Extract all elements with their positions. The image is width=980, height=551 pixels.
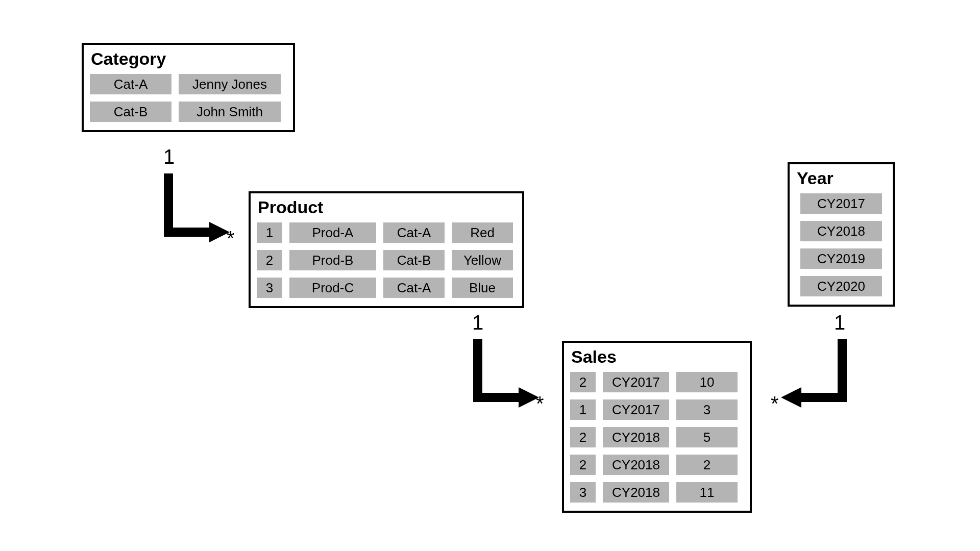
entity-sales: Sales 2 CY2017 10 1 CY2017 3 2 CY2018 5 … [562,341,752,513]
table-cell: CY2017 [603,372,669,392]
cardinality-one-label: 1 [834,311,845,334]
table-cell: Prod-A [289,222,376,243]
arrow-category-to-product [163,173,225,250]
table-cell: CY2018 [800,221,882,241]
table-cell: CY2017 [603,399,669,420]
table-cell: 1 [257,222,282,243]
table-cell: 3 [257,278,282,298]
entity-product-title: Product [258,197,516,217]
table-cell: Prod-B [289,250,376,270]
table-cell: 2 [676,455,738,475]
table-cell: Red [452,222,513,243]
cardinality-many-label: * [536,392,544,415]
table-cell: Cat-B [383,250,445,270]
diagram-canvas: Category Cat-A Jenny Jones Cat-B John Sm… [0,0,980,551]
table-cell: CY2018 [603,482,669,503]
table-cell: CY2018 [603,427,669,447]
table-cell: 1 [570,399,596,420]
entity-category-title: Category [91,49,287,69]
table-cell: Blue [452,278,513,298]
table-cell: Cat-A [383,278,445,298]
table-cell: 5 [676,427,738,447]
entity-product: Product 1 Prod-A Cat-A Red 2 Prod-B Cat-… [249,191,524,308]
table-cell: CY2017 [800,193,882,214]
table-cell: 10 [676,372,738,392]
table-cell: 3 [570,482,596,503]
table-cell: CY2018 [603,455,669,475]
entity-year-title: Year [797,168,887,188]
cardinality-many-label: * [227,227,235,250]
table-cell: Prod-C [289,278,376,298]
table-cell: Cat-A [90,74,172,94]
entity-sales-title: Sales [571,347,744,367]
table-cell: 2 [257,250,282,270]
table-cell: Cat-B [90,102,172,122]
entity-category: Category Cat-A Jenny Jones Cat-B John Sm… [82,43,295,132]
cardinality-one-label: 1 [163,145,175,168]
table-cell: Yellow [452,250,513,270]
table-cell: John Smith [179,102,281,122]
table-cell: 3 [676,399,738,420]
table-cell: Cat-A [383,222,445,243]
table-cell: 2 [570,427,596,447]
table-cell: CY2020 [800,276,882,296]
entity-year: Year CY2017 CY2018 CY2019 CY2020 [788,162,895,307]
table-cell: Jenny Jones [179,74,281,94]
svg-marker-2 [781,387,801,408]
table-cell: 2 [570,455,596,475]
arrow-product-to-sales [473,339,539,415]
arrow-year-to-sales [781,339,847,415]
cardinality-one-label: 1 [472,311,483,334]
table-cell: CY2019 [800,248,882,269]
table-cell: 11 [676,482,738,503]
cardinality-many-label: * [771,392,779,415]
table-cell: 2 [570,372,596,392]
